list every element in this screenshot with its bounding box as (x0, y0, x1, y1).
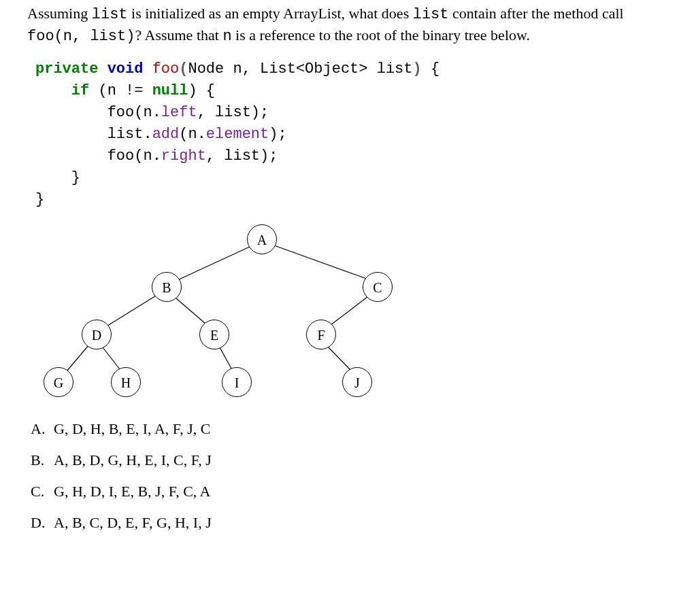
svg-line-1 (274, 245, 367, 279)
question-text: Assuming list is initialized as an empty… (27, 3, 661, 46)
q-tt4: n (222, 28, 231, 45)
choice-b-letter: B. (31, 453, 54, 468)
rparen1: ) (413, 61, 422, 78)
type-list: List<Object> (260, 61, 367, 78)
choice-c-text: G, H, D, I, E, B, J, F, C, A (54, 483, 210, 500)
cond-open: ( (89, 82, 107, 99)
field-element: element (206, 126, 269, 143)
choice-b-text: A, B, D, G, H, E, I, C, F, J (54, 451, 212, 468)
q-mid1: is initialized as an empty ArrayList, wh… (128, 5, 413, 22)
svg-line-3 (176, 298, 205, 324)
tree-node-i: I (222, 367, 252, 397)
lbrace2: { (197, 82, 215, 99)
svg-line-4 (331, 296, 368, 325)
choice-b[interactable]: B.A, B, D, G, H, E, I, C, F, J (31, 453, 661, 468)
call3-a: foo(n. (107, 148, 161, 165)
field-right: right (161, 148, 206, 165)
svg-line-7 (220, 347, 231, 369)
lbrace1: { (422, 61, 439, 78)
tree-node-b: B (152, 272, 182, 302)
cond-body-a: n != (107, 82, 152, 99)
choice-a-text: G, D, H, B, E, I, A, F, J, C (54, 420, 210, 437)
call2-c: ); (269, 126, 286, 143)
svg-line-6 (103, 347, 120, 369)
q-post: is a reference to the root of the binary… (232, 27, 530, 44)
choice-c-letter: C. (31, 484, 54, 499)
lparen1: ( (179, 61, 188, 78)
q-mid2: contain after the method call (449, 5, 624, 22)
field-left: left (161, 104, 197, 121)
cond-close: ) (188, 82, 197, 99)
answer-choices: A.G, D, H, B, E, I, A, F, J, C B.A, B, D… (27, 422, 661, 530)
call2-a: list. (107, 126, 152, 143)
call1-a: foo(n. (107, 104, 161, 121)
call2-b: (n. (179, 126, 206, 143)
q-tt2: list (413, 6, 449, 23)
tree-node-a: A (247, 224, 277, 254)
kw-null: null (152, 82, 188, 99)
choice-d-text: A, B, C, D, E, F, G, H, I, J (54, 514, 212, 531)
svg-line-5 (67, 345, 88, 371)
choice-a[interactable]: A.G, D, H, B, E, I, A, F, J, C (31, 422, 661, 437)
svg-line-8 (328, 347, 350, 370)
q-pre1: Assuming (27, 5, 92, 22)
choice-d[interactable]: D.A, B, C, D, E, F, G, H, I, J (31, 515, 661, 530)
tree-node-j: J (342, 367, 372, 397)
kw-private: private (35, 61, 98, 78)
tree-node-e: E (199, 320, 229, 349)
call1-b: , list); (197, 104, 269, 121)
choice-a-letter: A. (31, 422, 54, 437)
svg-line-0 (179, 247, 250, 279)
field-add: add (152, 126, 180, 143)
tree-node-h: H (111, 367, 141, 397)
rbrace-outer: } (35, 191, 44, 208)
q-tt3: foo(n, list) (27, 28, 135, 45)
q-tt1: list (92, 6, 128, 23)
svg-line-2 (107, 296, 156, 326)
type-node: Node (188, 61, 224, 78)
kw-void: void (107, 61, 144, 78)
param-n: n, (224, 61, 260, 78)
code-block: private void foo(Node n, List<Object> li… (35, 58, 661, 210)
tree-node-c: C (363, 272, 393, 302)
tree-node-g: G (44, 367, 73, 397)
tree-node-d: D (82, 320, 112, 349)
fn-foo: foo (152, 61, 180, 78)
page-root: Assuming list is initialized as an empty… (0, 0, 681, 616)
choice-c[interactable]: C.G, H, D, I, E, B, J, F, C, A (31, 484, 661, 499)
kw-if: if (71, 82, 89, 99)
rbrace-inner: } (71, 169, 80, 186)
choice-d-letter: D. (31, 515, 54, 530)
param-list: list (368, 61, 413, 78)
tree-diagram: A B C D E F G H I J (34, 224, 415, 394)
tree-node-f: F (306, 320, 336, 349)
call3-b: , list); (206, 148, 278, 165)
q-mid3: ? Assume that (135, 27, 222, 44)
